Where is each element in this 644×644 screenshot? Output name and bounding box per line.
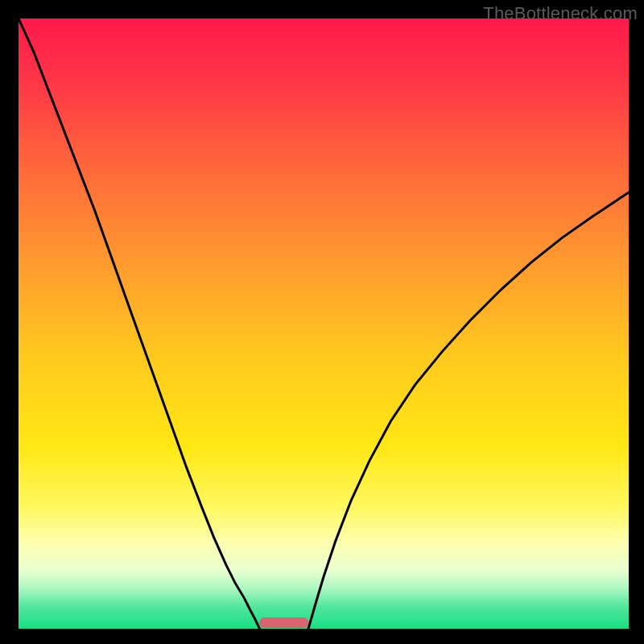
chart-svg [19, 19, 629, 629]
watermark-text: TheBottleneck.com [483, 3, 638, 24]
plot-area [19, 19, 629, 629]
trough-marker [259, 617, 308, 628]
gradient-background [19, 19, 629, 629]
chart-frame: TheBottleneck.com [0, 0, 644, 644]
